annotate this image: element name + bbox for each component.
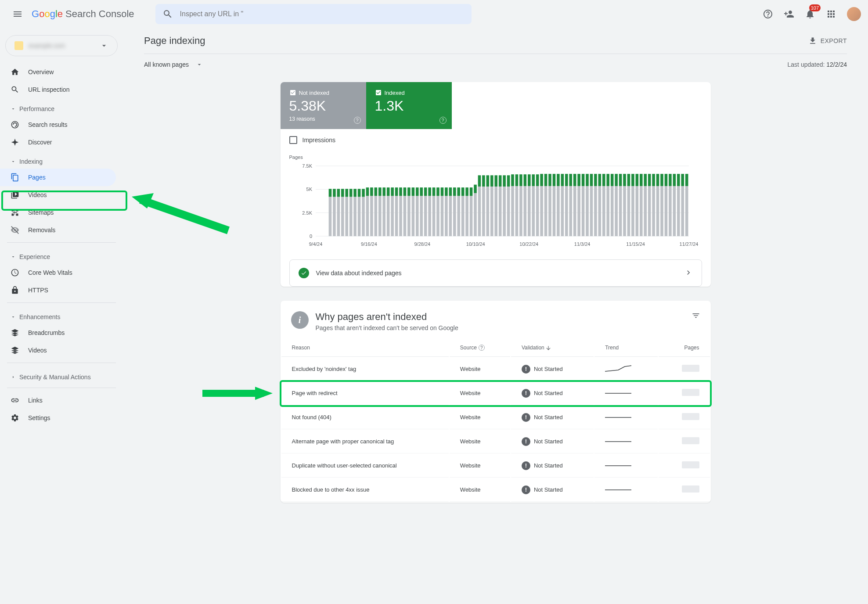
- impressions-toggle[interactable]: Impressions: [281, 129, 711, 151]
- nav-core-web-vitals[interactable]: Core Web Vitals: [0, 264, 116, 281]
- svg-rect-157: [635, 174, 638, 186]
- download-icon: [808, 36, 817, 45]
- reason-row[interactable]: Page with redirect Website !Not Started: [281, 382, 710, 405]
- svg-rect-61: [436, 187, 439, 196]
- nav-removals[interactable]: Removals: [0, 221, 116, 239]
- notifications-button[interactable]: 107: [801, 5, 819, 23]
- help-button[interactable]: [759, 5, 777, 23]
- nav-overview[interactable]: Overview: [0, 63, 116, 81]
- svg-rect-51: [415, 187, 418, 196]
- nav-pages[interactable]: Pages: [0, 169, 116, 186]
- help-icon[interactable]: ?: [439, 117, 447, 124]
- svg-rect-82: [482, 187, 485, 236]
- filter-button[interactable]: [692, 311, 700, 321]
- svg-rect-8: [328, 197, 331, 236]
- svg-rect-125: [569, 174, 572, 186]
- svg-rect-93: [503, 175, 506, 187]
- svg-rect-86: [490, 187, 493, 236]
- filter-dropdown[interactable]: All known pages: [144, 61, 203, 68]
- account-avatar[interactable]: [847, 7, 861, 21]
- svg-rect-72: [461, 196, 464, 236]
- svg-rect-12: [337, 197, 340, 236]
- apps-button[interactable]: [822, 5, 840, 23]
- svg-rect-139: [598, 174, 601, 186]
- svg-rect-104: [527, 186, 530, 236]
- svg-rect-126: [573, 186, 576, 236]
- svg-rect-137: [594, 174, 597, 186]
- col-validation[interactable]: Validation: [511, 339, 594, 357]
- section-indexing[interactable]: Indexing: [0, 151, 123, 169]
- reason-cell: Duplicate without user-selected canonica…: [281, 454, 449, 478]
- svg-rect-57: [428, 187, 431, 196]
- users-button[interactable]: [780, 5, 798, 23]
- view-indexed-pages-link[interactable]: View data about indexed pages: [289, 259, 702, 287]
- svg-rect-16: [345, 197, 348, 236]
- svg-rect-55: [424, 187, 427, 196]
- svg-rect-143: [606, 174, 609, 186]
- svg-rect-62: [440, 196, 443, 236]
- not-indexed-tab[interactable]: Not indexed 5.38K 13 reasons ?: [281, 82, 366, 129]
- svg-rect-153: [627, 174, 630, 186]
- logo[interactable]: Google Search Console: [32, 8, 134, 20]
- reason-cell: Blocked due to other 4xx issue: [281, 478, 449, 502]
- nav-videos[interactable]: Videos: [0, 186, 116, 204]
- svg-rect-115: [548, 174, 551, 186]
- svg-rect-26: [366, 196, 369, 236]
- hamburger-menu-button[interactable]: [7, 4, 28, 25]
- svg-rect-31: [374, 187, 377, 196]
- pages-cell: [659, 406, 710, 429]
- export-button[interactable]: EXPORT: [808, 36, 847, 45]
- checkbox-icon: [289, 136, 297, 144]
- svg-rect-159: [639, 174, 642, 186]
- nav-settings[interactable]: Settings: [0, 409, 116, 427]
- svg-rect-169: [660, 174, 663, 186]
- reason-row[interactable]: Duplicate without user-selected canonica…: [281, 454, 710, 478]
- nav-breadcrumbs[interactable]: Breadcrumbs: [0, 324, 116, 342]
- dropdown-icon: [196, 61, 203, 68]
- svg-rect-11: [333, 189, 336, 197]
- indexed-tab[interactable]: Indexed 1.3K ?: [366, 82, 452, 129]
- reason-row[interactable]: Not found (404) Website !Not Started: [281, 406, 710, 429]
- svg-rect-58: [432, 196, 435, 236]
- svg-text:9/28/24: 9/28/24: [414, 241, 430, 247]
- reason-row[interactable]: Alternate page with proper canonical tag…: [281, 430, 710, 453]
- col-source[interactable]: Source?: [450, 339, 510, 357]
- reason-row[interactable]: Excluded by 'noindex' tag Website !Not S…: [281, 358, 710, 381]
- section-performance[interactable]: Performance: [0, 98, 123, 116]
- nav-https[interactable]: HTTPS: [0, 281, 116, 299]
- section-enhancements[interactable]: Enhancements: [0, 306, 123, 324]
- nav-url-inspection[interactable]: URL inspection: [0, 81, 116, 98]
- trend-cell: [594, 454, 657, 478]
- trend-cell: [594, 430, 657, 453]
- section-experience[interactable]: Experience: [0, 246, 123, 264]
- col-trend[interactable]: Trend: [594, 339, 657, 357]
- svg-rect-156: [635, 186, 638, 236]
- url-inspection-search[interactable]: [155, 4, 472, 24]
- nav-search-results[interactable]: Search results: [0, 116, 116, 133]
- svg-rect-14: [341, 197, 344, 236]
- svg-rect-108: [536, 186, 539, 236]
- toolbar: All known pages Last updated: 12/2/24: [144, 61, 847, 68]
- svg-text:10/22/24: 10/22/24: [519, 241, 538, 247]
- help-icon[interactable]: ?: [354, 117, 361, 124]
- col-pages[interactable]: Pages: [659, 339, 710, 357]
- property-selector[interactable]: example.com: [5, 35, 118, 56]
- svg-rect-160: [644, 186, 647, 236]
- svg-rect-64: [445, 196, 448, 236]
- svg-rect-161: [644, 174, 647, 186]
- reason-cell: Page with redirect: [281, 382, 449, 405]
- svg-rect-112: [544, 186, 547, 236]
- svg-rect-166: [656, 186, 659, 236]
- col-reason[interactable]: Reason: [281, 339, 449, 357]
- nav-discover[interactable]: Discover: [0, 133, 116, 151]
- nav-sitemaps[interactable]: Sitemaps: [0, 204, 116, 221]
- svg-rect-152: [627, 186, 630, 236]
- nav-videos-enhancement[interactable]: Videos: [0, 342, 116, 359]
- info-icon: i: [291, 311, 309, 329]
- reason-row[interactable]: Blocked due to other 4xx issue Website !…: [281, 478, 710, 502]
- nav-links[interactable]: Links: [0, 392, 116, 409]
- validation-cell: !Not Started: [511, 478, 594, 502]
- url-inspection-input[interactable]: [180, 10, 465, 18]
- svg-rect-172: [669, 186, 672, 236]
- section-security[interactable]: Security & Manual Actions: [0, 367, 123, 384]
